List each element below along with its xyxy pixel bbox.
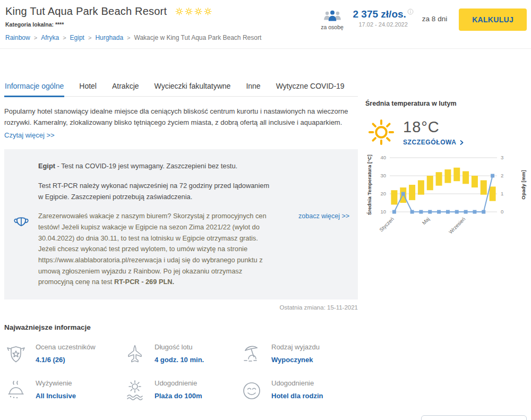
svg-text:10: 10	[380, 209, 386, 215]
face-mask-icon	[12, 213, 31, 231]
svg-text:1: 1	[501, 191, 503, 196]
breadcrumb-item-hurghada[interactable]: Hurghada	[95, 34, 123, 41]
weather-chart: Średnia Temperatura [°C] Opady [mm] 1002…	[365, 152, 530, 236]
spacer	[0, 49, 531, 81]
key-info-grid: Ocena uczestników 4.1/6 (26) Długość lot…	[4, 343, 358, 402]
food-dome-icon	[4, 379, 28, 402]
tab-bar: Informacje ogólne Hotel Atrakcje Wyciecz…	[4, 81, 358, 97]
key-item-label: Rodzaj wyjazdu	[271, 343, 320, 351]
key-item-label: Długość lotu	[155, 343, 204, 351]
weather-now: 18°C SZCZEGÓŁOWA	[365, 118, 530, 146]
key-item-trip-type: Rodzaj wyjazdu Wypoczynek	[240, 343, 358, 366]
svg-text:30: 30	[380, 173, 386, 178]
configurator-header: Skonfiguruj własną wycieczkę DODAJ DO SC…	[0, 415, 531, 420]
covid-paragraph-2: Test RT-PCR należy wykonać najwcześniej …	[38, 180, 272, 203]
key-item-rating: Ocena uczestników 4.1/6 (26)	[4, 343, 123, 366]
key-item-value: 4 godz. 10 min.	[155, 356, 204, 364]
header: King Tut Aqua Park Beach Resort Kategori…	[0, 0, 531, 41]
breadcrumb-item-current: Wakacje w King Tut Aqua Park Beach Resor…	[134, 34, 262, 41]
header-left: King Tut Aqua Park Beach Resort Kategori…	[5, 5, 261, 41]
info-icon[interactable]	[407, 8, 414, 15]
key-item-label: Udogodnienie	[155, 379, 202, 387]
smiley-icon	[240, 379, 263, 402]
per-person-label: za osobę	[320, 24, 345, 30]
trip-duration-label: za 8 dni	[422, 15, 447, 23]
sun-rating-icon	[175, 7, 183, 15]
airplane-icon	[123, 343, 147, 366]
breadcrumb: Rainbow> Afryka> Egipt> Hurghada> Wakacj…	[5, 34, 261, 41]
key-item-label: Ocena uczestników	[36, 343, 96, 351]
key-item-beach: Udogodnienie Plaża do 100m	[123, 379, 240, 402]
last-change-label: Ostatnia zmiana: 15-11-2021	[4, 304, 358, 311]
sun-rating-icon	[185, 7, 193, 15]
key-item-value: Hotel dla rodzin	[271, 392, 323, 400]
header-right: za osobę 2 375 zł/os. 17.02 - 24.02.2022…	[320, 5, 527, 31]
sun-rating-icon	[194, 7, 202, 15]
per-person-block: za osobę	[320, 8, 345, 30]
calculate-button[interactable]: KALKULUJ	[459, 8, 527, 31]
price-block: 2 375 zł/os. 17.02 - 24.02.2022	[353, 8, 414, 28]
mask-icon-cell	[4, 211, 38, 288]
svg-text:Maj: Maj	[421, 216, 431, 226]
key-item-value: All Inclusive	[36, 392, 76, 400]
weather-chart-wrap: Średnia Temperatura [°C] Opady [mm] 1002…	[365, 152, 530, 236]
price-dates: 17.02 - 24.02.2022	[353, 21, 414, 28]
svg-text:Styczeń: Styczeń	[378, 216, 395, 233]
weather-heading: Średnia temperatura w lutym	[365, 100, 530, 107]
tab-wytyczne-covid[interactable]: Wytyczne COVID-19	[276, 81, 345, 96]
sun-waves-icon	[123, 379, 147, 402]
breadcrumb-item-afryka[interactable]: Afryka	[41, 34, 59, 41]
key-item-value: Wypoczynek	[271, 356, 320, 364]
temperature-value: 18°C	[403, 118, 465, 136]
rating-suns	[175, 7, 212, 15]
chart-ylabel-right: Opady [mm]	[520, 170, 526, 199]
add-to-clipboard-button[interactable]: DODAJ DO SCHOWKA	[421, 415, 527, 420]
local-category-label: Kategoria lokalna: ****	[5, 21, 261, 28]
breadcrumb-separator: >	[88, 35, 91, 41]
covid-paragraph-1: Egipt - Test na COVID-19 jest wymagany. …	[38, 160, 272, 172]
breadcrumb-item-egipt[interactable]: Egipt	[70, 34, 84, 41]
key-item-board: Wyżywienie All Inclusive	[4, 379, 123, 402]
key-item-flight: Długość lotu 4 godz. 10 min.	[123, 343, 240, 366]
tab-inne[interactable]: Inne	[245, 81, 261, 96]
tab-hotel[interactable]: Hotel	[79, 81, 97, 96]
hotel-description: Popularny hotel stanowiący idealne miejs…	[4, 106, 358, 128]
tab-atrakcje[interactable]: Atrakcje	[112, 81, 140, 96]
price-value: 2 375 zł/os.	[353, 8, 414, 20]
breadcrumb-separator: >	[34, 35, 37, 41]
breadcrumb-separator: >	[63, 35, 66, 41]
breadcrumb-separator: >	[127, 35, 130, 41]
chevron-right-icon	[458, 139, 465, 146]
key-item-value: Plaża do 100m	[155, 392, 202, 400]
svg-text:40: 40	[380, 155, 386, 160]
chart-ylabel-left: Średnia Temperatura [°C]	[366, 155, 372, 215]
people-group-icon	[323, 8, 342, 23]
svg-text:2: 2	[501, 173, 503, 178]
read-more-link[interactable]: Czytaj więcej >>	[4, 131, 55, 139]
weather-details-link[interactable]: SZCZEGÓŁOWA	[403, 139, 465, 146]
beach-umbrella-icon	[240, 343, 263, 366]
see-more-cell: zobacz więcej >>	[272, 211, 350, 288]
tab-wycieczki-fakultatywne[interactable]: Wycieczki fakultatywne	[154, 81, 232, 96]
main-content: Informacje ogólne Hotel Atrakcje Wyciecz…	[0, 81, 531, 402]
covid-test-price: RT-PCR - 269 PLN.	[114, 278, 174, 286]
tab-informacje-ogolne[interactable]: Informacje ogólne	[4, 81, 64, 97]
covid-info-box: Egipt - Test na COVID-19 jest wymagany. …	[4, 149, 358, 299]
sun-rating-icon	[204, 7, 212, 15]
sun-icon	[367, 118, 395, 146]
breadcrumb-item-rainbow[interactable]: Rainbow	[5, 34, 30, 41]
svg-text:3: 3	[501, 155, 503, 160]
key-item-label: Wyżywienie	[36, 379, 76, 387]
covid-promo-paragraph: Zarezerwowałeś wakacje z naszym biurem? …	[38, 211, 272, 288]
key-item-label: Udogodnienie	[271, 379, 323, 387]
page: King Tut Aqua Park Beach Resort Kategori…	[0, 0, 531, 420]
key-item-value: 4.1/6 (26)	[36, 356, 96, 364]
see-more-link[interactable]: zobacz więcej >>	[298, 212, 349, 220]
svg-text:20: 20	[380, 191, 386, 196]
shield-star-icon	[4, 343, 28, 366]
weather-column: Średnia temperatura w lutym 18°C SZCZEGÓ…	[365, 81, 530, 236]
key-info-heading: Najważniejsze informacje	[4, 323, 358, 331]
key-item-family: Udogodnienie Hotel dla rodzin	[240, 379, 358, 402]
page-title: King Tut Aqua Park Beach Resort	[5, 5, 167, 18]
covid-country: Egipt	[38, 162, 55, 170]
